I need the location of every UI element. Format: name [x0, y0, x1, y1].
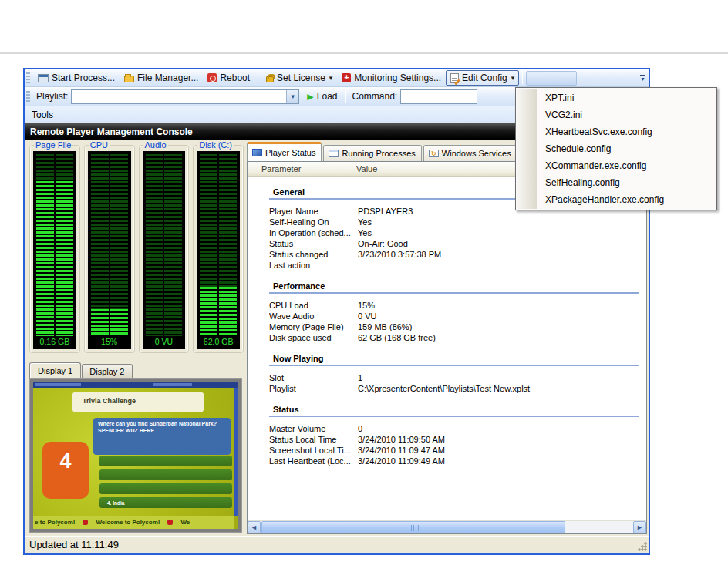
services-icon: ↻: [429, 150, 439, 157]
menu-item-xheartbeatsvc[interactable]: XHeartbeatSvc.exe.config: [516, 123, 716, 140]
scroll-left-button[interactable]: ◄: [248, 521, 261, 533]
resize-grip[interactable]: [638, 542, 647, 551]
chevron-down-icon: ▾: [641, 77, 644, 81]
edit-config-label: Edit Config: [462, 72, 507, 83]
table-row: PlaylistC:\XpresenterContent\Playlists\T…: [269, 383, 646, 394]
status-text: Updated at 11:11:49: [29, 539, 119, 550]
section-performance: Performance: [269, 281, 639, 294]
column-header-parameter[interactable]: Parameter: [248, 164, 345, 173]
trivia-question: Where can you find Sunderban National Pa…: [93, 418, 231, 455]
ticker-text: e to Polycom!: [35, 519, 75, 526]
monitoring-settings-button[interactable]: + Monitoring Settings...: [337, 70, 446, 86]
start-process-button[interactable]: Start Process...: [33, 70, 120, 86]
meter-page-file: Page File 0.16 GB: [29, 145, 80, 353]
edit-config-button[interactable]: Edit Config ▾: [446, 70, 519, 86]
screen-thumbnail: Trivia Challenge Where can you find Sund…: [33, 382, 238, 529]
menu-item-xpt-ini[interactable]: XPT.ini: [516, 89, 716, 106]
table-row: Status Local Time3/24/2010 11:09:50 AM: [269, 434, 646, 445]
monitoring-settings-label: Monitoring Settings...: [354, 72, 441, 83]
ticker-text: We: [180, 519, 190, 526]
table-body: General Player NamePDSPLAYER3 Self-Heali…: [248, 177, 646, 520]
reboot-label: Reboot: [220, 72, 250, 83]
column-header-value[interactable]: Value: [345, 164, 377, 173]
set-license-button[interactable]: Set License ▾: [261, 70, 337, 86]
toolbar-separator: [258, 72, 258, 84]
toolbar-grip[interactable]: [26, 72, 30, 84]
menu-item-xcommander[interactable]: XCommander.exe.config: [516, 157, 716, 174]
tab-display-2[interactable]: Display 2: [82, 364, 132, 378]
play-icon: ▶: [307, 92, 313, 102]
load-button[interactable]: ▶ Load: [302, 89, 342, 104]
arrow-right-icon: ►: [636, 523, 643, 531]
scroll-right-button[interactable]: ►: [633, 521, 646, 533]
start-process-label: Start Process...: [52, 72, 115, 83]
meter-label: Audio: [143, 140, 168, 150]
playlist-combobox[interactable]: ▾: [71, 89, 299, 104]
polycom-logo-icon: [167, 520, 173, 525]
table-row: In Operation (sched...Yes: [269, 227, 646, 238]
left-panel: Page File 0.16 GB CPU 15%: [25, 140, 245, 536]
table-row: Memory (Page File)159 MB (86%): [269, 321, 646, 332]
red-cross-icon: +: [342, 73, 351, 82]
set-license-dropdown-icon: ▾: [329, 74, 333, 82]
section-underline: [269, 416, 639, 417]
tab-display-1[interactable]: Display 1: [29, 362, 81, 378]
answer-bar: [99, 456, 232, 466]
table-row: StatusOn-Air: Good: [269, 238, 646, 249]
reboot-button[interactable]: Reboot: [203, 70, 254, 86]
file-manager-label: File Manager...: [137, 72, 198, 83]
section-status: Status: [269, 405, 639, 417]
menu-tools[interactable]: Tools: [25, 108, 60, 122]
menu-item-xpackagehandler[interactable]: XPackageHandler.exe.config: [516, 191, 716, 208]
table-row: Slot1: [269, 372, 646, 383]
menu-item-vcg2-ini[interactable]: VCG2.ini: [516, 106, 716, 123]
window-icon: [329, 150, 339, 157]
led-meter: 62.0 GB: [197, 151, 240, 349]
command-input[interactable]: [400, 89, 477, 104]
display-tabs: Display 1 Display 2: [29, 358, 244, 378]
menu-item-selfhealing[interactable]: SelfHealing.config: [516, 174, 716, 191]
page-divider-line: [0, 52, 728, 54]
padlock-icon: [266, 76, 274, 82]
menu-item-schedule-config[interactable]: Schedule.config: [516, 140, 716, 157]
tab-label: Running Processes: [342, 149, 415, 158]
table-row: CPU Load15%: [269, 300, 646, 311]
toolbar-grip[interactable]: [26, 91, 30, 103]
meter-value: 0 VU: [146, 336, 183, 348]
edit-config-dropdown-icon: ▾: [511, 74, 515, 82]
playlist-input[interactable]: [72, 90, 286, 103]
scrollbar-track[interactable]: [565, 521, 633, 533]
section-underline: [269, 292, 639, 294]
playlist-combo-arrow[interactable]: ▾: [286, 90, 298, 103]
edit-config-icon: [450, 73, 459, 83]
table-row: Status changed3/23/2010 3:57:38 PM: [269, 249, 646, 260]
answer-bar: [99, 483, 232, 494]
table-row: Last Heartbeat (Loc...3/24/2010 11:09:49…: [269, 456, 646, 466]
table-row: Master Volume0: [269, 423, 646, 434]
polycom-logo-icon: [83, 520, 88, 525]
meter-cpu: CPU 15%: [84, 145, 135, 353]
meter-value: 62.0 GB: [200, 336, 237, 348]
edit-config-menu: XPT.ini VCG2.ini XHeartbeatSvc.exe.confi…: [515, 87, 717, 210]
tab-running-processes[interactable]: Running Processes: [323, 145, 421, 161]
load-label: Load: [317, 91, 338, 102]
display-preview-frame: Trivia Challenge Where can you find Sund…: [29, 378, 242, 533]
playlist-label: Playlist:: [33, 91, 71, 102]
led-meter: 15%: [88, 151, 131, 349]
ticker-strip: e to Polycom! Welcome to Polycom! We: [33, 516, 234, 529]
table-row: Last action: [269, 260, 646, 271]
set-license-label: Set License: [277, 72, 325, 83]
answer-bar: [99, 469, 232, 480]
status-bar: Updated at 11:11:49: [25, 536, 649, 553]
trivia-title: Trivia Challenge: [72, 392, 204, 412]
tab-windows-services[interactable]: ↻ Windows Services: [423, 145, 517, 161]
chevron-down-icon: ▾: [292, 93, 295, 100]
scrollbar-thumb[interactable]: [261, 521, 565, 533]
tab-player-status[interactable]: Player Status: [247, 142, 322, 161]
table-row: Self-Healing OnYes: [269, 217, 646, 227]
meter-audio: Audio 0 VU: [139, 145, 190, 353]
meters-row: Page File 0.16 GB CPU 15%: [29, 145, 244, 353]
file-manager-button[interactable]: File Manager...: [120, 70, 203, 86]
toolbar-overflow-button[interactable]: ▾: [638, 71, 648, 86]
power-icon: [207, 73, 217, 82]
